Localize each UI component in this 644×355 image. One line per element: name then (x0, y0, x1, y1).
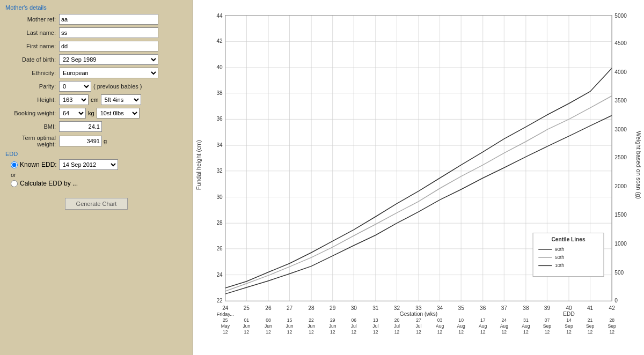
svg-text:12: 12 (287, 329, 292, 335)
weight-kg-select[interactable]: 64 (59, 108, 86, 119)
parity-select[interactable]: 0 (59, 81, 91, 92)
svg-text:30: 30 (351, 305, 357, 311)
legend-title: Centile Lines (552, 236, 586, 242)
svg-text:07: 07 (545, 317, 550, 323)
last-name-label: Last name: (5, 29, 59, 36)
svg-text:12: 12 (351, 329, 356, 335)
generate-button-row: Generate Chart (5, 198, 187, 210)
svg-text:Jun: Jun (329, 323, 336, 329)
svg-text:Jul: Jul (351, 323, 357, 329)
svg-text:12: 12 (244, 329, 250, 335)
first-name-label: First name: (5, 43, 59, 49)
mother-ref-input[interactable] (59, 14, 158, 25)
svg-text:22: 22 (216, 298, 223, 304)
svg-text:28: 28 (216, 220, 223, 226)
svg-text:31: 31 (372, 305, 379, 311)
legend-90-label: 90th (555, 247, 565, 252)
svg-text:15: 15 (287, 317, 292, 323)
svg-text:29: 29 (330, 305, 336, 311)
svg-text:29: 29 (330, 317, 335, 323)
edd-title: EDD (5, 151, 187, 157)
svg-text:0: 0 (614, 298, 618, 304)
height-controls: 163 cm 5ft 4ins (59, 94, 141, 105)
svg-text:Jun: Jun (243, 323, 250, 329)
svg-text:12: 12 (309, 329, 314, 335)
weight-kg-unit: kg (88, 110, 94, 116)
svg-text:12: 12 (394, 329, 400, 335)
svg-text:12: 12 (566, 329, 572, 335)
svg-text:17: 17 (480, 317, 486, 323)
svg-text:3000: 3000 (614, 127, 627, 132)
svg-text:28: 28 (308, 305, 314, 311)
parity-label: Parity: (5, 83, 59, 90)
known-edd-radio[interactable] (11, 161, 18, 168)
svg-text:12: 12 (480, 329, 486, 335)
svg-text:28: 28 (609, 317, 614, 323)
weight-label: Booking weight: (5, 110, 59, 116)
bmi-row: BMI: (5, 121, 187, 132)
svg-text:Jul: Jul (394, 323, 400, 329)
svg-text:06: 06 (351, 317, 356, 323)
height-cm-select[interactable]: 163 (59, 94, 89, 105)
weight-controls: 64 kg 10st 0lbs (59, 108, 140, 119)
svg-text:Sep: Sep (543, 323, 552, 329)
first-name-input[interactable] (59, 41, 158, 51)
svg-text:Jul: Jul (372, 323, 378, 329)
svg-text:4000: 4000 (614, 69, 627, 75)
svg-text:26: 26 (216, 246, 223, 252)
svg-text:42: 42 (216, 38, 223, 44)
svg-text:500: 500 (614, 270, 624, 276)
svg-text:20: 20 (394, 317, 400, 323)
parity-controls: 0 ( previous babies ) (59, 81, 142, 92)
svg-text:1500: 1500 (614, 212, 627, 218)
svg-text:38: 38 (216, 90, 223, 96)
last-name-input[interactable] (59, 27, 158, 38)
svg-text:Friday...: Friday... (217, 312, 234, 317)
parity-note: ( previous babies ) (93, 83, 142, 90)
svg-text:2000: 2000 (614, 183, 627, 189)
svg-text:38: 38 (523, 305, 529, 311)
svg-text:Jul: Jul (415, 323, 421, 329)
svg-text:32: 32 (394, 305, 400, 311)
dob-select[interactable]: 22 Sep 1989 (59, 54, 158, 65)
svg-text:27: 27 (416, 317, 421, 323)
ethnicity-select[interactable]: European (59, 68, 158, 78)
svg-text:5000: 5000 (614, 13, 627, 19)
chart-svg: Fundal height (cm) Weight based on scan … (195, 4, 642, 353)
svg-text:May: May (221, 323, 230, 329)
right-panel: Fundal height (cm) Weight based on scan … (193, 0, 644, 355)
svg-text:EDD: EDD (563, 311, 574, 317)
parity-row: Parity: 0 ( previous babies ) (5, 81, 187, 92)
svg-text:27: 27 (287, 305, 293, 311)
svg-text:25: 25 (244, 305, 250, 311)
known-edd-select[interactable]: 14 Sep 2012 (59, 159, 118, 170)
weight-imperial-select[interactable]: 10st 0lbs (97, 108, 140, 119)
svg-text:33: 33 (415, 305, 422, 311)
svg-text:12: 12 (545, 329, 550, 335)
bmi-label: BMI: (5, 123, 59, 130)
svg-text:01: 01 (244, 317, 250, 323)
or-label: or (5, 172, 187, 178)
svg-text:Aug: Aug (522, 323, 530, 329)
svg-text:37: 37 (501, 305, 508, 311)
height-row: Height: 163 cm 5ft 4ins (5, 94, 187, 105)
svg-text:Sep: Sep (586, 323, 595, 329)
svg-text:35: 35 (458, 305, 465, 311)
left-panel: Mother's details Mother ref: Last name: … (0, 0, 193, 355)
dob-label: Date of birth: (5, 56, 59, 63)
svg-text:30: 30 (216, 194, 223, 200)
svg-text:13: 13 (373, 317, 378, 323)
svg-text:08: 08 (266, 317, 271, 323)
svg-text:36: 36 (216, 116, 223, 122)
svg-text:21: 21 (588, 317, 593, 323)
height-imperial-select[interactable]: 5ft 4ins (101, 94, 141, 105)
svg-text:12: 12 (416, 329, 421, 335)
calc-edd-radio[interactable] (11, 180, 18, 187)
svg-text:12: 12 (373, 329, 378, 335)
generate-chart-button[interactable]: Generate Chart (65, 198, 128, 210)
svg-text:41: 41 (587, 305, 594, 311)
svg-text:Aug: Aug (500, 323, 509, 329)
ethnicity-row: Ethnicity: European (5, 68, 187, 78)
last-name-row: Last name: (5, 27, 187, 38)
term-input (59, 136, 102, 146)
